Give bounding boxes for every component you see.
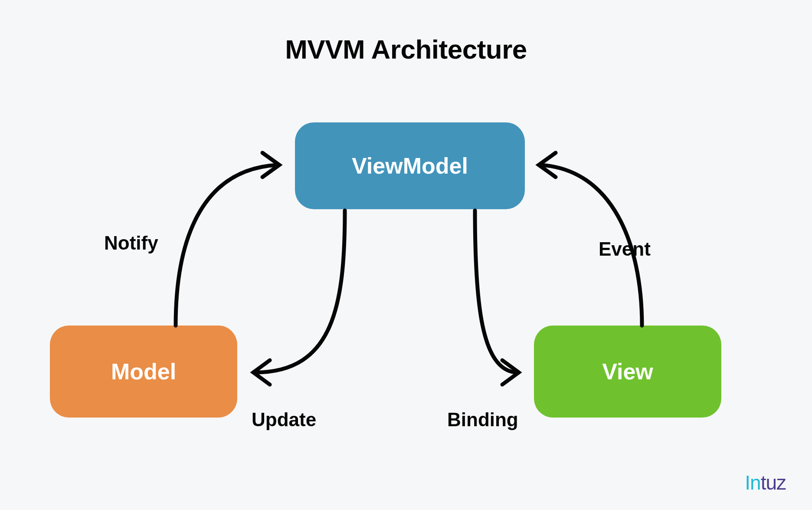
arrows-layer [0, 0, 812, 510]
node-view: View [534, 326, 721, 418]
node-model-label: Model [111, 359, 176, 385]
edge-label-event: Event [599, 238, 651, 260]
diagram-title: MVVM Architecture [0, 34, 812, 65]
brand-logo: Intuz [745, 471, 786, 494]
arrowhead-binding [502, 360, 519, 385]
brand-part2: tuz [761, 471, 786, 494]
arrowhead-event [539, 153, 556, 177]
brand-part1: In [745, 471, 760, 494]
arrowhead-update [253, 360, 270, 385]
edge-label-notify: Notify [104, 232, 158, 254]
edge-label-update: Update [252, 409, 316, 431]
arrow-binding [475, 211, 516, 372]
arrowhead-notify [262, 153, 279, 177]
edge-label-binding: Binding [447, 409, 518, 431]
arrow-update [255, 211, 345, 372]
arrow-notify [176, 165, 278, 326]
node-viewmodel: ViewModel [295, 122, 525, 209]
node-view-label: View [602, 359, 653, 385]
node-model: Model [50, 326, 237, 418]
node-viewmodel-label: ViewModel [352, 153, 468, 179]
